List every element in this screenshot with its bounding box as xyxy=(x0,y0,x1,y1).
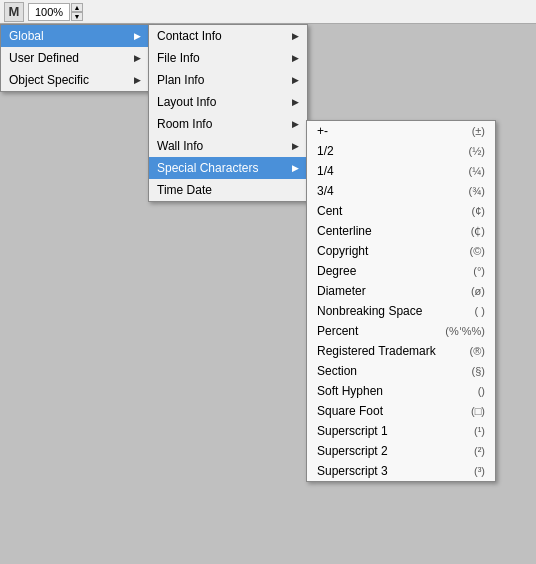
menu-l3-code-superscript-3: (³) xyxy=(474,465,485,477)
menu-l2-label-time-date: Time Date xyxy=(157,183,212,197)
zoom-input[interactable] xyxy=(28,3,70,21)
menu-l3-item-quarter[interactable]: 1/4(¼) xyxy=(307,161,495,181)
menu-l1-item-object-specific[interactable]: Object Specific▶ xyxy=(1,69,149,91)
chevron-icon: ▶ xyxy=(292,75,299,85)
menu-l3-item-soft-hyphen[interactable]: Soft Hyphen() xyxy=(307,381,495,401)
menu-level2: Contact Info▶File Info▶Plan Info▶Layout … xyxy=(148,24,308,202)
menu-l3-label-copyright: Copyright xyxy=(317,244,462,258)
menu-l3-item-centerline[interactable]: Centerline(₵) xyxy=(307,221,495,241)
menu-l3-code-degree: (°) xyxy=(473,265,485,277)
menu-l3-code-centerline: (₵) xyxy=(471,225,485,238)
menu-l3-label-superscript-2: Superscript 2 xyxy=(317,444,466,458)
menu-l3-code-registered-trademark: (®) xyxy=(470,345,485,357)
chevron-icon: ▶ xyxy=(292,97,299,107)
menu-l2-item-plan-info[interactable]: Plan Info▶ xyxy=(149,69,307,91)
menu-l3-label-superscript-1: Superscript 1 xyxy=(317,424,466,438)
menu-l3-label-registered-trademark: Registered Trademark xyxy=(317,344,462,358)
menu-l1-item-user-defined[interactable]: User Defined▶ xyxy=(1,47,149,69)
menu-l3-item-nonbreaking-space[interactable]: Nonbreaking Space( ) xyxy=(307,301,495,321)
menu-l1-label-user-defined: User Defined xyxy=(9,51,79,65)
menu-l2-item-time-date[interactable]: Time Date xyxy=(149,179,307,201)
menu-l3-code-quarter: (¼) xyxy=(469,165,486,177)
menu-l1-label-global: Global xyxy=(9,29,44,43)
menu-l3-code-superscript-2: (²) xyxy=(474,445,485,457)
menu-l2-item-file-info[interactable]: File Info▶ xyxy=(149,47,307,69)
menu-l3-item-superscript-1[interactable]: Superscript 1(¹) xyxy=(307,421,495,441)
menu-l3-label-superscript-3: Superscript 3 xyxy=(317,464,466,478)
menu-l3-code-section: (§) xyxy=(472,365,485,377)
chevron-icon: ▶ xyxy=(292,141,299,151)
menu-l3-item-square-foot[interactable]: Square Foot(□) xyxy=(307,401,495,421)
chevron-icon: ▶ xyxy=(134,53,141,63)
menu-l3-item-registered-trademark[interactable]: Registered Trademark(®) xyxy=(307,341,495,361)
menu-l3-item-percent[interactable]: Percent(%ˈ%%) xyxy=(307,321,495,341)
menu-l3-code-percent: (%ˈ%%) xyxy=(445,325,485,338)
menu-l3-label-percent: Percent xyxy=(317,324,437,338)
menu-l3-label-quarter: 1/4 xyxy=(317,164,461,178)
menu-l2-label-plan-info: Plan Info xyxy=(157,73,204,87)
menu-l3-label-degree: Degree xyxy=(317,264,465,278)
chevron-icon: ▶ xyxy=(134,31,141,41)
menu-l1-label-object-specific: Object Specific xyxy=(9,73,89,87)
menu-level1: Global▶User Defined▶Object Specific▶ xyxy=(0,24,150,92)
menu-l3-label-section: Section xyxy=(317,364,464,378)
menu-l3-label-nonbreaking-space: Nonbreaking Space xyxy=(317,304,467,318)
menu-l2-label-room-info: Room Info xyxy=(157,117,212,131)
chevron-icon: ▶ xyxy=(134,75,141,85)
menu-l3-label-diameter: Diameter xyxy=(317,284,463,298)
menu-l3-code-cent: (¢) xyxy=(472,205,485,217)
chevron-icon: ▶ xyxy=(292,163,299,173)
menu-l3-code-superscript-1: (¹) xyxy=(474,425,485,437)
menu-l3-code-three-quarter: (¾) xyxy=(469,185,486,197)
menu-l3-item-three-quarter[interactable]: 3/4(¾) xyxy=(307,181,495,201)
menu-level3: +-(±)1/2(½)1/4(¼)3/4(¾)Cent(¢)Centerline… xyxy=(306,120,496,482)
menu-l3-label-centerline: Centerline xyxy=(317,224,463,238)
menu-l3-item-cent[interactable]: Cent(¢) xyxy=(307,201,495,221)
menu-l3-code-nonbreaking-space: ( ) xyxy=(475,305,485,317)
menu-l2-item-layout-info[interactable]: Layout Info▶ xyxy=(149,91,307,113)
menu-l3-code-copyright: (©) xyxy=(470,245,485,257)
menu-l3-label-three-quarter: 3/4 xyxy=(317,184,461,198)
menu-l3-code-square-foot: (□) xyxy=(471,405,485,417)
zoom-up-button[interactable]: ▲ xyxy=(71,3,83,12)
menu-l3-item-copyright[interactable]: Copyright(©) xyxy=(307,241,495,261)
menu-l3-label-soft-hyphen: Soft Hyphen xyxy=(317,384,470,398)
toolbar: M ▲ ▼ xyxy=(0,0,536,24)
menu-l2-item-wall-info[interactable]: Wall Info▶ xyxy=(149,135,307,157)
menu-l2-label-wall-info: Wall Info xyxy=(157,139,203,153)
menu-l2-label-contact-info: Contact Info xyxy=(157,29,222,43)
chevron-icon: ▶ xyxy=(292,31,299,41)
menu-l3-item-degree[interactable]: Degree(°) xyxy=(307,261,495,281)
zoom-down-button[interactable]: ▼ xyxy=(71,12,83,21)
menu-l3-label-cent: Cent xyxy=(317,204,464,218)
menu-l3-item-diameter[interactable]: Diameter(ø) xyxy=(307,281,495,301)
menu-l3-item-plus-minus[interactable]: +-(±) xyxy=(307,121,495,141)
chevron-icon: ▶ xyxy=(292,53,299,63)
menu-l2-label-special-characters: Special Characters xyxy=(157,161,258,175)
menu-l3-label-half: 1/2 xyxy=(317,144,461,158)
zoom-spinner: ▲ ▼ xyxy=(71,3,83,21)
menu-l1-item-global[interactable]: Global▶ xyxy=(1,25,149,47)
menu-l3-code-half: (½) xyxy=(469,145,486,157)
menu-l2-label-layout-info: Layout Info xyxy=(157,95,216,109)
chevron-icon: ▶ xyxy=(292,119,299,129)
menu-l3-item-superscript-2[interactable]: Superscript 2(²) xyxy=(307,441,495,461)
menu-l3-code-plus-minus: (±) xyxy=(472,125,485,137)
menu-l2-item-room-info[interactable]: Room Info▶ xyxy=(149,113,307,135)
menu-l2-label-file-info: File Info xyxy=(157,51,200,65)
menu-l2-item-special-characters[interactable]: Special Characters▶ xyxy=(149,157,307,179)
toolbar-m-icon[interactable]: M xyxy=(4,2,24,22)
menu-l3-label-plus-minus: +- xyxy=(317,124,464,138)
menu-l3-code-diameter: (ø) xyxy=(471,285,485,297)
menu-l3-code-soft-hyphen: () xyxy=(478,385,485,397)
menu-l2-item-contact-info[interactable]: Contact Info▶ xyxy=(149,25,307,47)
menu-l3-item-section[interactable]: Section(§) xyxy=(307,361,495,381)
menu-l3-item-superscript-3[interactable]: Superscript 3(³) xyxy=(307,461,495,481)
menu-l3-item-half[interactable]: 1/2(½) xyxy=(307,141,495,161)
menu-l3-label-square-foot: Square Foot xyxy=(317,404,463,418)
